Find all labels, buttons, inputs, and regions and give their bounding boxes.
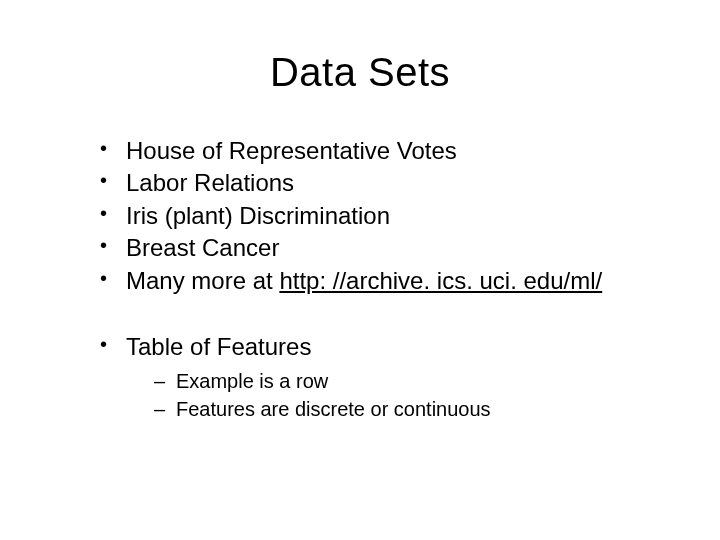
list-item-text: Table of Features [126, 333, 311, 360]
list-item: Breast Cancer [100, 232, 660, 264]
list-item: Iris (plant) Discrimination [100, 200, 660, 232]
sub-list-item: Features are discrete or continuous [154, 395, 660, 423]
list-item: Labor Relations [100, 167, 660, 199]
bullet-list: House of Representative Votes Labor Rela… [100, 135, 660, 297]
archive-link[interactable]: http: //archive. ics. uci. edu/ml/ [279, 267, 602, 294]
sub-list: Example is a row Features are discrete o… [154, 367, 660, 423]
spacer [60, 297, 660, 331]
list-item-text: Many more at [126, 267, 279, 294]
list-item: Many more at http: //archive. ics. uci. … [100, 265, 660, 297]
sub-list-item: Example is a row [154, 367, 660, 395]
list-item: House of Representative Votes [100, 135, 660, 167]
slide: Data Sets House of Representative Votes … [0, 0, 720, 540]
slide-title: Data Sets [60, 50, 660, 95]
bullet-list-2: Table of Features Example is a row Featu… [100, 331, 660, 423]
list-item: Table of Features Example is a row Featu… [100, 331, 660, 423]
